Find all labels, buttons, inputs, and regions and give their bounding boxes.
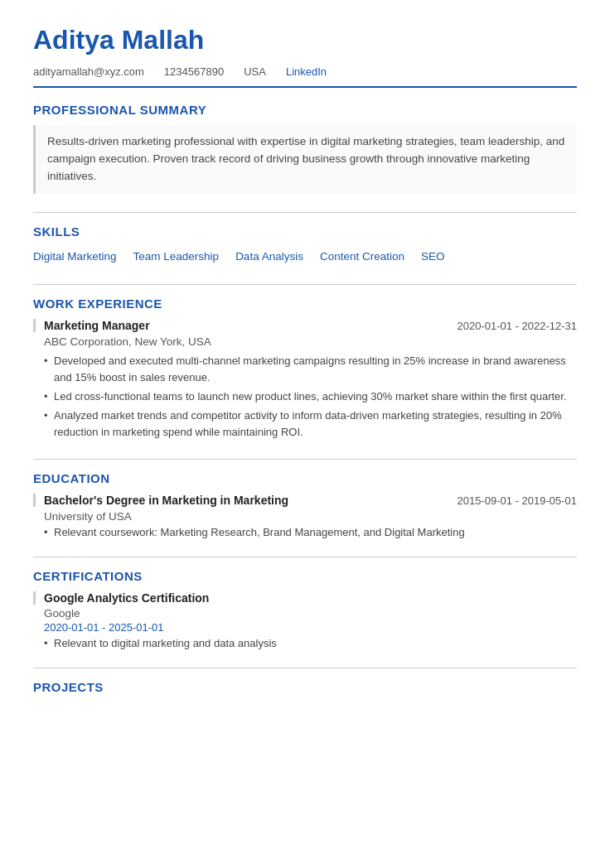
- edu-bullets-0: Relevant coursework: Marketing Research,…: [33, 526, 577, 538]
- cert-name-0: Google Analytics Certification: [33, 591, 577, 605]
- work-bullet-0-1: Led cross-functional teams to launch new…: [44, 388, 577, 405]
- phone: 1234567890: [164, 65, 224, 78]
- skill-team-leadership: Team Leadership: [133, 250, 220, 263]
- work-dates-0: 2020-01-01 - 2022-12-31: [457, 320, 577, 332]
- work-header-0: Marketing Manager 2020-01-01 - 2022-12-3…: [33, 319, 577, 332]
- education-divider: [33, 459, 577, 460]
- cert-bullet-0-0: Relevant to digital marketing and data a…: [44, 637, 577, 649]
- skill-data-analysis: Data Analysis: [235, 250, 303, 263]
- edu-dates-0: 2015-09-01 - 2019-05-01: [457, 494, 577, 507]
- work-company-0: ABC Corporation, New York, USA: [44, 335, 577, 348]
- skills-section: SKILLS Digital Marketing Team Leadership…: [33, 224, 577, 266]
- work-title-0: Marketing Manager: [33, 319, 150, 332]
- email: adityamallah@xyz.com: [33, 65, 144, 78]
- professional-summary-text: Results-driven marketing professional wi…: [33, 125, 577, 194]
- skills-row: Digital Marketing Team Leadership Data A…: [33, 247, 577, 266]
- professional-summary-section: PROFESSIONAL SUMMARY Results-driven mark…: [33, 103, 577, 194]
- cert-entry-0: Google Analytics Certification Google 20…: [33, 591, 577, 649]
- projects-divider: [33, 668, 577, 668]
- skill-content-creation: Content Creation: [320, 250, 404, 263]
- skills-divider: [33, 212, 577, 213]
- certifications-title: CERTIFICATIONS: [33, 569, 577, 583]
- work-experience-title: WORK EXPERIENCE: [33, 297, 577, 311]
- education-title: EDUCATION: [33, 471, 577, 485]
- work-entry-0: Marketing Manager 2020-01-01 - 2022-12-3…: [33, 319, 577, 441]
- work-bullets-0: Developed and executed multi-channel mar…: [33, 353, 577, 441]
- cert-issuer-0: Google: [44, 607, 577, 620]
- edu-degree-0: Bachelor's Degree in Marketing in Market…: [33, 494, 288, 507]
- linkedin-link[interactable]: LinkedIn: [286, 65, 327, 78]
- location: USA: [244, 65, 266, 78]
- cert-bullets-0: Relevant to digital marketing and data a…: [33, 637, 577, 649]
- skills-title: SKILLS: [33, 224, 577, 239]
- work-bullet-0-2: Analyzed market trends and competitor ac…: [44, 407, 577, 441]
- edu-header-0: Bachelor's Degree in Marketing in Market…: [33, 494, 577, 507]
- edu-bullet-0-0: Relevant coursework: Marketing Research,…: [44, 526, 577, 538]
- resume-name: Aditya Mallah: [33, 25, 577, 55]
- edu-school-0: University of USA: [44, 510, 577, 523]
- work-bullet-0-0: Developed and executed multi-channel mar…: [44, 353, 577, 386]
- skill-seo: SEO: [421, 250, 445, 263]
- edu-entry-0: Bachelor's Degree in Marketing in Market…: [33, 494, 577, 538]
- header-divider: [33, 86, 577, 88]
- contact-row: adityamallah@xyz.com 1234567890 USA Link…: [33, 65, 577, 78]
- cert-dates-0: 2020-01-01 - 2025-01-01: [44, 621, 577, 634]
- certifications-divider: [33, 557, 577, 557]
- work-divider: [33, 284, 577, 285]
- professional-summary-title: PROFESSIONAL SUMMARY: [33, 103, 577, 117]
- work-experience-section: WORK EXPERIENCE Marketing Manager 2020-0…: [33, 297, 577, 441]
- projects-section: PROJECTS: [33, 680, 577, 694]
- education-section: EDUCATION Bachelor's Degree in Marketing…: [33, 471, 577, 538]
- projects-title: PROJECTS: [33, 680, 577, 694]
- certifications-section: CERTIFICATIONS Google Analytics Certific…: [33, 569, 577, 649]
- skill-digital-marketing: Digital Marketing: [33, 250, 117, 263]
